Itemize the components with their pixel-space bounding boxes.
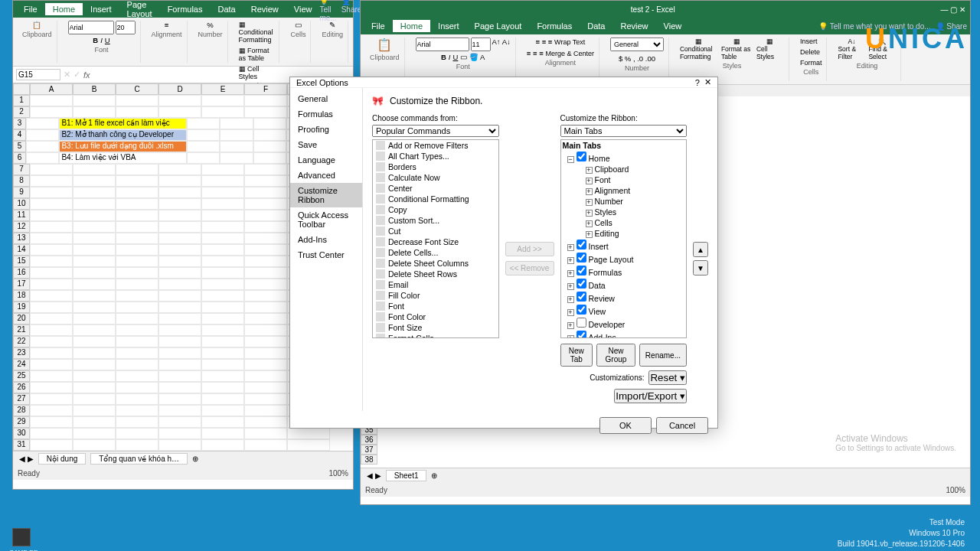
cell[interactable] [201, 302, 244, 313]
italic-button[interactable]: I [100, 36, 103, 44]
cell[interactable] [253, 118, 286, 129]
cell[interactable] [244, 439, 287, 451]
cell[interactable] [201, 210, 244, 221]
cell[interactable] [73, 416, 116, 428]
cell[interactable] [158, 279, 201, 290]
cell[interactable] [244, 382, 287, 393]
tab-file[interactable]: File [364, 20, 393, 32]
command-item[interactable]: Email [373, 279, 498, 290]
new-sheet-button[interactable]: ⊕ [192, 455, 198, 463]
row-header[interactable]: 29 [13, 416, 30, 428]
maximize-icon[interactable]: ▢ [950, 5, 957, 14]
cell[interactable] [158, 347, 201, 359]
cell[interactable] [244, 106, 287, 118]
cell[interactable] [158, 336, 201, 347]
cell[interactable] [30, 302, 73, 313]
cell[interactable] [116, 279, 158, 290]
col-header[interactable]: E [201, 83, 244, 95]
cell[interactable] [30, 359, 73, 370]
col-header[interactable]: B [73, 83, 116, 95]
tab-review[interactable]: Review [243, 3, 286, 15]
font-name[interactable] [416, 37, 469, 51]
cell[interactable] [244, 428, 287, 439]
cell[interactable] [30, 244, 73, 256]
commands-listbox[interactable]: Add or Remove FiltersAll Chart Types...B… [372, 139, 499, 338]
format-as-table[interactable]: ▦ Format as Table [239, 47, 275, 62]
row-header[interactable]: 14 [13, 244, 30, 256]
cell[interactable] [253, 141, 286, 152]
conditional-formatting[interactable]: ▦Conditional Formatting [680, 37, 718, 60]
cell[interactable] [116, 416, 158, 428]
tree-tab-review[interactable]: +Review [561, 291, 687, 304]
cell[interactable] [116, 95, 158, 106]
cell[interactable] [116, 336, 158, 347]
tree-group[interactable]: +Styles [561, 207, 687, 217]
cell[interactable] [244, 267, 287, 279]
cancel-icon[interactable]: ✕ [64, 70, 70, 80]
cell[interactable] [73, 221, 116, 233]
sort-filter[interactable]: A↓Sort & Filter [838, 37, 865, 60]
tab-page-layout[interactable]: Page Layout [467, 20, 530, 32]
italic-button[interactable]: I [449, 53, 451, 61]
row-header[interactable]: 23 [13, 347, 30, 359]
row-header[interactable]: 19 [13, 302, 30, 313]
cell[interactable] [26, 118, 59, 129]
format-cells[interactable]: Format [800, 59, 822, 67]
tree-group[interactable]: +Number [561, 196, 687, 207]
cell[interactable] [244, 198, 287, 210]
cell[interactable] [244, 95, 287, 106]
command-item[interactable]: Delete Cells... [373, 247, 498, 258]
category-customize-ribbon[interactable]: Customize Ribbon [290, 183, 362, 207]
tree-group[interactable]: +Alignment [561, 185, 687, 196]
reset-button[interactable]: Reset ▾ [648, 370, 687, 385]
cell[interactable] [73, 393, 116, 405]
cell[interactable] [116, 359, 158, 370]
cell[interactable] [73, 256, 116, 267]
cell[interactable] [73, 370, 116, 382]
cell[interactable] [201, 439, 244, 451]
row-header[interactable]: 4 [13, 129, 26, 141]
tree-group[interactable]: +Editing [561, 228, 687, 239]
cell[interactable] [201, 233, 244, 244]
cell[interactable] [73, 324, 116, 336]
cell[interactable] [201, 290, 244, 302]
cell[interactable] [253, 152, 286, 164]
cell[interactable] [158, 95, 201, 106]
cell[interactable] [73, 313, 116, 324]
cell[interactable] [30, 95, 73, 106]
cell[interactable] [26, 129, 59, 141]
cell[interactable] [244, 393, 287, 405]
cell[interactable] [73, 106, 116, 118]
add-button[interactable]: Add >> [505, 242, 554, 256]
name-box[interactable] [16, 69, 60, 80]
tab-formulas[interactable]: Formulas [160, 3, 211, 15]
cell[interactable] [244, 221, 287, 233]
row-header[interactable]: 26 [13, 382, 30, 393]
cell[interactable] [116, 244, 158, 256]
cell[interactable] [244, 302, 287, 313]
category-general[interactable]: General [290, 91, 362, 106]
row-header[interactable]: 10 [13, 198, 30, 210]
cell[interactable] [30, 382, 73, 393]
cell[interactable] [73, 198, 116, 210]
cell[interactable] [158, 210, 201, 221]
cell[interactable] [73, 164, 116, 175]
command-item[interactable]: Font Size [373, 322, 498, 333]
cell[interactable] [201, 336, 244, 347]
cell[interactable] [244, 405, 287, 416]
cell[interactable] [30, 233, 73, 244]
fx-icon[interactable]: fx [83, 70, 90, 80]
cell[interactable] [244, 370, 287, 382]
cell[interactable] [116, 347, 158, 359]
tab-view[interactable]: View [656, 20, 690, 32]
cell[interactable]: B2: Mở thanh công cụ Developer [59, 129, 186, 141]
row-header[interactable]: 9 [13, 187, 30, 198]
cell[interactable] [244, 336, 287, 347]
col-header[interactable]: F [244, 83, 287, 95]
cell[interactable] [116, 382, 158, 393]
tell-me[interactable]: 💡 Tell me... [319, 0, 336, 22]
cell[interactable]: B3: Lưu file dưới dạng đuôi .xlsm [59, 141, 186, 152]
cell[interactable] [158, 302, 201, 313]
cell[interactable] [201, 221, 244, 233]
command-item[interactable]: Conditional Formatting [373, 194, 498, 204]
